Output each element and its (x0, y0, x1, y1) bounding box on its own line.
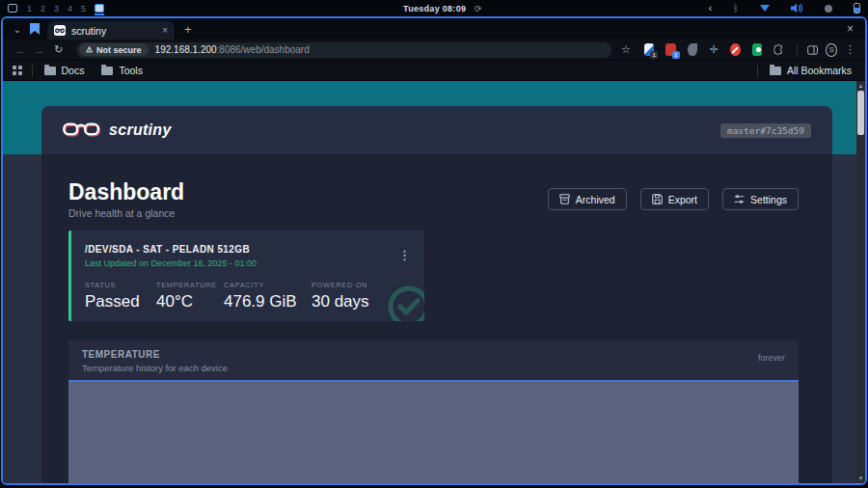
back-icon[interactable]: ← (13, 44, 28, 56)
bookmark-star-icon[interactable]: ☆ (621, 43, 631, 56)
scrutiny-logo[interactable]: scrutiny (63, 121, 172, 140)
extension-icon-2[interactable]: 3 (665, 43, 675, 56)
all-bookmarks-label: All Bookmarks (787, 65, 852, 76)
page-scrollbar[interactable]: ▲ ▼ (856, 81, 865, 483)
export-label: Export (668, 194, 697, 205)
temperature-subtitle: Temperature history for each device (82, 363, 228, 373)
new-tab-icon[interactable]: + (184, 22, 192, 37)
check-circle-icon (387, 285, 424, 321)
reload-icon[interactable]: ↻ (51, 43, 67, 56)
stat-value-powered-on: 30 days (312, 292, 369, 312)
clock: Tuesday 08:09 (403, 4, 466, 14)
stat-label: POWERED ON (312, 281, 369, 289)
toolbar-divider (797, 44, 798, 56)
apps-grid-icon[interactable] (13, 66, 22, 75)
battery-icon[interactable] (854, 3, 860, 14)
security-chip[interactable]: ⚠ Not secure (79, 43, 149, 56)
workspace-active-indicator[interactable] (95, 4, 104, 13)
all-bookmarks[interactable]: All Bookmarks (770, 65, 852, 76)
scrollbar-down-icon[interactable]: ▼ (858, 474, 864, 483)
extension-icon-1[interactable]: 1 (644, 43, 654, 56)
status-circle-icon[interactable] (825, 5, 832, 13)
url-host: 192.168.1.200 (155, 44, 217, 55)
url-path: :8086/web/dashboard (217, 44, 310, 55)
refresh-icon[interactable]: ⟳ (475, 4, 482, 14)
stat-value-status: Passed (85, 292, 156, 312)
dropdown-triangle-icon[interactable] (760, 5, 770, 12)
app-main: Dashboard Drive health at a glance Archi… (41, 154, 832, 483)
device-title: /DEV/SDA - SAT - PELADN 512GB (85, 244, 411, 255)
page-head: Dashboard Drive health at a glance Archi… (68, 179, 799, 222)
volume-icon[interactable] (791, 3, 803, 14)
extension-badge-2: 3 (672, 51, 680, 59)
folder-icon (770, 67, 781, 75)
scrutiny-favicon (54, 25, 66, 36)
bookmarks-divider (757, 65, 758, 77)
stat-label: TEMPERATURE (156, 281, 224, 289)
stat-value-capacity: 476.9 GiB (224, 292, 312, 312)
address-bar[interactable]: ⚠ Not secure 192.168.1.200:8086/web/dash… (76, 42, 611, 58)
extension-icon-feather[interactable] (688, 43, 697, 56)
export-button[interactable]: Export (640, 188, 709, 210)
version-badge: master#7c35d59 (720, 123, 811, 138)
tab-search-chevron-icon[interactable]: ⌄ (9, 24, 26, 35)
browser-toolbar: ← → ↻ ⚠ Not secure 192.168.1.200:8086/we… (3, 40, 865, 61)
tab-title: scrutiny (71, 25, 156, 37)
bookmarks-bar: Docs Tools All Bookmarks (3, 61, 865, 81)
bookmark-label: Tools (119, 65, 143, 76)
bookmark-flag-icon[interactable] (30, 23, 40, 35)
window-close-icon[interactable]: × (847, 22, 854, 36)
tab-scrutiny[interactable]: scrutiny × (47, 21, 175, 40)
tune-sliders-icon (734, 194, 745, 204)
toolbar-actions: Archived Export (548, 188, 799, 210)
archived-label: Archived (576, 194, 615, 205)
workspace-3[interactable]: 3 (54, 4, 59, 14)
workspace-1[interactable]: 1 (27, 4, 32, 14)
workspace-5[interactable]: 5 (81, 4, 86, 14)
temperature-range-selector[interactable]: forever (758, 353, 785, 363)
tab-close-icon[interactable]: × (162, 25, 168, 36)
brand-name: scrutiny (109, 122, 172, 139)
security-chip-label: Not secure (96, 45, 142, 55)
page-viewport: scrutiny master#7c35d59 Dashboard Drive … (3, 81, 865, 483)
device-card[interactable]: /DEV/SDA - SAT - PELADN 512GB Last Updat… (68, 230, 424, 321)
app-container: scrutiny master#7c35d59 Dashboard Drive … (41, 106, 832, 483)
extension-icon-blocker[interactable] (730, 43, 740, 56)
page-title: Dashboard (68, 179, 184, 204)
bluetooth-icon[interactable]: ᛒ (733, 4, 739, 14)
profile-avatar-icon[interactable]: S (826, 43, 837, 57)
forward-icon[interactable]: → (32, 44, 47, 56)
stat-label: STATUS (85, 281, 156, 289)
folder-icon (101, 67, 113, 75)
archive-icon (559, 194, 570, 204)
device-last-updated: Last Updated on December 16, 2025 - 01:0… (85, 258, 411, 268)
bookmark-folder-tools[interactable]: Tools (101, 65, 143, 76)
bookmarks-divider (32, 65, 33, 77)
stat-label: CAPACITY (224, 281, 312, 289)
workspace-4[interactable]: 4 (68, 4, 72, 14)
side-panel-icon[interactable] (807, 44, 818, 56)
extension-icon-cross[interactable]: ✛ (709, 43, 719, 56)
workspace-layout-icon[interactable] (8, 4, 17, 13)
scrollbar-up-icon[interactable]: ▲ (858, 81, 864, 91)
chevron-left-icon[interactable]: ‹ (709, 4, 712, 14)
app-header: scrutiny master#7c35d59 (41, 106, 832, 154)
scrollbar-thumb[interactable] (857, 91, 864, 135)
temperature-chart-area (68, 380, 799, 483)
settings-button[interactable]: Settings (722, 188, 799, 210)
temperature-panel: TEMPERATURE Temperature history for each… (68, 340, 799, 483)
extensions-puzzle-icon[interactable] (773, 43, 783, 56)
stat-value-temperature: 40°C (156, 292, 224, 312)
save-icon (652, 194, 663, 204)
device-menu-kebab-icon[interactable]: ⋮ (398, 248, 411, 262)
archived-button[interactable]: Archived (548, 188, 627, 210)
bookmark-folder-docs[interactable]: Docs (44, 65, 85, 76)
workspace-2[interactable]: 2 (41, 4, 45, 14)
bookmark-label: Docs (62, 65, 85, 76)
tab-strip: ⌄ scrutiny × + × (3, 18, 865, 40)
extension-icon-green[interactable] (752, 43, 762, 56)
browser-menu-icon[interactable]: ⋮ (845, 43, 855, 56)
page-subtitle: Drive health at a glance (68, 207, 184, 219)
folder-icon (44, 67, 56, 75)
glasses-logo-icon (63, 121, 101, 140)
